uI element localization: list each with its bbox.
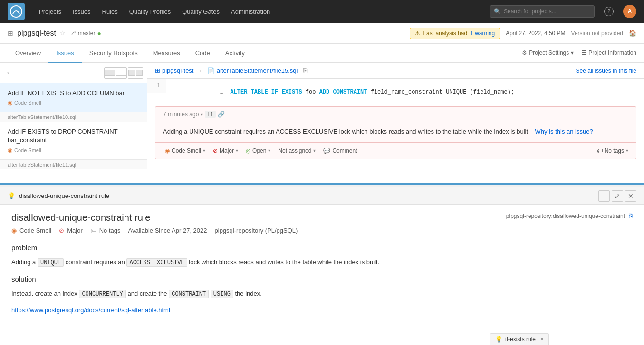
solution-text: Instead, create an index CONCURRENTLY an… bbox=[11, 289, 633, 299]
list-item[interactable]: Add IF NOT EXISTS to ADD COLUMN bar ◉ Co… bbox=[0, 83, 147, 112]
status-icon: ◎ bbox=[246, 148, 250, 154]
gear-icon: ⚙ bbox=[522, 49, 527, 56]
project-settings-label: Project Settings bbox=[529, 49, 569, 56]
main-content: ← Add IF NOT EXISTS to ADD COLUMN bar ◉ bbox=[0, 63, 644, 345]
link-icon[interactable]: 🔗 bbox=[218, 111, 225, 118]
project-information-link[interactable]: ☰ Project Information bbox=[581, 49, 636, 56]
type-selector[interactable]: ◉ Code Smell ▾ bbox=[163, 147, 207, 155]
breadcrumb-project[interactable]: ⊞ plpgsql-test bbox=[155, 67, 193, 74]
if-exists-bulb-icon: 💡 bbox=[495, 336, 502, 343]
sub-nav-right: ⚙ Project Settings ▾ ☰ Project Informati… bbox=[522, 49, 636, 56]
list-item[interactable]: Add IF EXISTS to DROP CONSTRAINT bar_con… bbox=[0, 122, 147, 159]
tab-activity[interactable]: Activity bbox=[218, 44, 252, 63]
project-bar: ⊞ plpgsql-test ☆ ⎇ master ● ⚠ Last analy… bbox=[0, 23, 644, 44]
copy-icon[interactable]: ⎘ bbox=[303, 67, 307, 74]
tab-code[interactable]: Code bbox=[188, 44, 218, 63]
rule-type-icon: ◉ bbox=[11, 227, 17, 234]
severity-selector[interactable]: ⊘ Major ▾ bbox=[211, 147, 240, 155]
breadcrumb-file[interactable]: 📄 alterTableStatement/file15.sql bbox=[207, 67, 298, 74]
severity-label: Major bbox=[220, 148, 234, 154]
solution-section-title: solution bbox=[11, 275, 633, 283]
top-navigation: Projects Issues Rules Quality Profiles Q… bbox=[0, 0, 644, 23]
collapse-panel-button[interactable] bbox=[128, 67, 143, 79]
logo[interactable] bbox=[8, 3, 25, 20]
status-selector[interactable]: ◎ Open ▾ bbox=[244, 147, 272, 155]
see-all-link[interactable]: See all issues in this file bbox=[576, 67, 636, 74]
assignee-label: Not assigned bbox=[278, 148, 311, 154]
branch-icon: ⎇ bbox=[69, 30, 76, 37]
panel-controls-right: — ⤢ ✕ bbox=[598, 190, 636, 202]
help-icon[interactable]: ? bbox=[604, 7, 614, 16]
branch-name[interactable]: master bbox=[78, 30, 96, 37]
bottom-panel-header: 💡 disallowed-unique-constraint rule — ⤢ … bbox=[0, 187, 644, 205]
nav-quality-profiles[interactable]: Quality Profiles bbox=[125, 6, 175, 17]
tab-security-hotspots[interactable]: Security Hotspots bbox=[82, 44, 145, 63]
nav-rules[interactable]: Rules bbox=[97, 6, 123, 17]
code-smell-icon: ◉ bbox=[8, 147, 12, 154]
comment-button[interactable]: 💬 Comment bbox=[321, 147, 359, 155]
solution-code2: CONSTRAINT bbox=[169, 290, 209, 298]
if-exists-rule-tag[interactable]: 💡 if-exists rule × bbox=[490, 333, 549, 345]
tab-issues[interactable]: Issues bbox=[48, 44, 82, 63]
nav-administration[interactable]: Administration bbox=[226, 6, 275, 17]
tab-measures[interactable]: Measures bbox=[145, 44, 188, 63]
rule-bulb-icon: 💡 bbox=[8, 192, 15, 199]
breadcrumb-separator: › bbox=[199, 67, 201, 74]
tag-section[interactable]: 🏷 No tags ▾ bbox=[597, 148, 628, 154]
rule-available-since-label: Available Since Apr 27, 2022 bbox=[128, 227, 207, 234]
home-icon[interactable]: 🏠 bbox=[629, 30, 636, 37]
project-settings-link[interactable]: ⚙ Project Settings ▾ bbox=[522, 49, 574, 56]
issue-title: Add IF NOT EXISTS to ADD COLUMN bar bbox=[8, 89, 139, 98]
maximize-button[interactable]: ⤢ bbox=[612, 190, 623, 202]
close-button[interactable]: ✕ bbox=[625, 190, 636, 202]
why-link[interactable]: Why is this an issue? bbox=[535, 128, 593, 135]
expand-panel-button[interactable] bbox=[104, 67, 127, 79]
solution-code3: USING bbox=[211, 290, 233, 298]
analysis-date: April 27, 2022, 4:50 PM bbox=[506, 30, 565, 37]
rule-repository-label: plpgsql-repository (PL/pgSQL) bbox=[215, 227, 298, 234]
rule-id-row: plpgsql-repository:disallowed-unique-con… bbox=[506, 212, 633, 219]
if-exists-close-button[interactable]: × bbox=[540, 336, 544, 343]
sub-navigation: Overview Issues Security Hotspots Measur… bbox=[0, 44, 644, 63]
code-smell-badge: ◉ Code Smell bbox=[8, 147, 41, 154]
file-label: alterTableStatement/file10.sql bbox=[0, 112, 147, 122]
severity-icon: ⊘ bbox=[213, 148, 218, 154]
nav-items: Projects Issues Rules Quality Profiles Q… bbox=[34, 6, 481, 17]
severity-dropdown-icon: ▾ bbox=[236, 148, 238, 153]
search-input[interactable] bbox=[490, 5, 595, 18]
project-information-label: Project Information bbox=[588, 49, 636, 56]
rule-tags-label: No tags bbox=[99, 227, 121, 234]
rule-type-item: ◉ Code Smell bbox=[11, 227, 51, 234]
panel-controls bbox=[104, 67, 143, 79]
rule-tags-item: 🏷 No tags bbox=[90, 227, 121, 234]
minimize-button[interactable]: — bbox=[598, 190, 610, 202]
back-button[interactable]: ← bbox=[4, 67, 15, 79]
settings-dropdown-icon: ▾ bbox=[571, 49, 574, 56]
issue-type-label: Code Smell bbox=[14, 100, 41, 106]
solution-text-after: the index. bbox=[235, 290, 261, 297]
project-name[interactable]: plpgsql-test bbox=[17, 29, 56, 38]
rule-tags-icon: 🏷 bbox=[90, 227, 96, 234]
project-icon: ⊞ bbox=[8, 30, 13, 37]
assignee-selector[interactable]: Not assigned ▾ bbox=[276, 147, 317, 155]
branch-info: ⎇ master ● bbox=[69, 30, 101, 37]
time-dropdown-icon[interactable]: ▾ bbox=[201, 112, 203, 117]
search-wrapper: 🔍 bbox=[490, 5, 595, 18]
copy-rule-id-icon[interactable]: ⎘ bbox=[629, 212, 633, 219]
tab-overview[interactable]: Overview bbox=[8, 44, 48, 63]
favorite-star-icon[interactable]: ☆ bbox=[60, 30, 66, 37]
nav-issues[interactable]: Issues bbox=[68, 6, 96, 17]
type-dropdown-icon: ▾ bbox=[203, 148, 205, 153]
nav-projects[interactable]: Projects bbox=[34, 6, 66, 17]
nav-quality-gates[interactable]: Quality Gates bbox=[177, 6, 224, 17]
warning-link[interactable]: 1 warning bbox=[470, 30, 495, 37]
location-badge: L1 bbox=[205, 111, 215, 118]
bottom-panel: · · · · · · · 💡 disallowed-unique-constr… bbox=[0, 183, 644, 345]
postgresql-docs-link[interactable]: https://www.postgresql.org/docs/current/… bbox=[11, 306, 170, 314]
comment-icon: 💬 bbox=[323, 148, 330, 154]
project-left: ⊞ plpgsql-test ☆ ⎇ master ● bbox=[8, 29, 101, 38]
code-header: ⊞ plpgsql-test › 📄 alterTableStatement/f… bbox=[147, 63, 644, 79]
user-avatar[interactable]: A bbox=[623, 5, 636, 18]
problem-code2: ACCESS EXCLUSIVE bbox=[126, 258, 187, 267]
see-all-issues-link[interactable]: See all issues in this file bbox=[576, 68, 636, 74]
